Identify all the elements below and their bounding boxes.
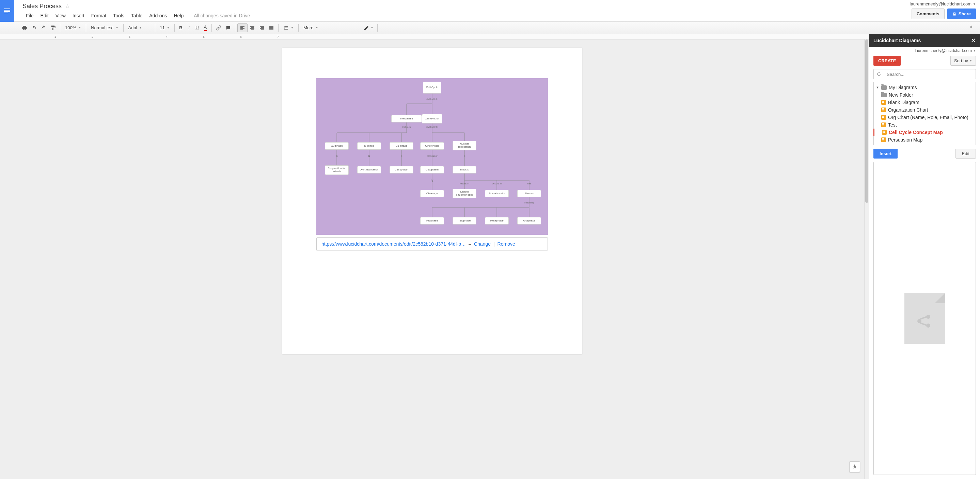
menu-format[interactable]: Format [88, 11, 110, 20]
user-account[interactable]: laurenmcneely@lucidchart.com ▼ [910, 2, 976, 6]
pipe: | [493, 241, 495, 247]
link-button[interactable] [214, 24, 223, 32]
caret-down-icon: ▼ [973, 2, 976, 6]
text-color-button[interactable]: A [201, 24, 209, 32]
dg-label: is [454, 155, 475, 157]
sidebar-title: Lucidchart Diagrams [873, 38, 921, 43]
more-button[interactable]: More▼ [301, 24, 321, 32]
dg-s: S phase [357, 142, 381, 150]
tree-item[interactable]: Org Chart (Name, Role, Email, Photo) [874, 114, 975, 121]
preview-placeholder-icon [904, 293, 945, 344]
app-header: Sales Process ☆ File Edit View Insert Fo… [0, 0, 980, 22]
font-dropdown[interactable]: Arial▼ [126, 24, 153, 32]
dg-label: divided into [422, 98, 442, 100]
sort-button[interactable]: Sort by ▼ [950, 56, 976, 66]
document-area: 1 2 3 4 5 6 7 [0, 34, 869, 479]
collapse-sidebar-button[interactable] [966, 24, 977, 32]
dg-label: by [422, 179, 442, 181]
menu-view[interactable]: View [52, 11, 69, 20]
fontsize-dropdown[interactable]: 11▼ [158, 24, 172, 32]
dg-phases: Phases [517, 190, 541, 197]
diagram-icon [881, 138, 886, 142]
menu-table[interactable]: Table [128, 11, 146, 20]
dg-cytokinesis: Cytokinesis [420, 142, 444, 150]
comments-button[interactable]: Comments [912, 8, 945, 19]
change-link[interactable]: Change [474, 241, 491, 247]
dash: – [469, 241, 471, 247]
menu-tools[interactable]: Tools [110, 11, 128, 20]
tree-root[interactable]: ▼ My Diagrams [874, 84, 975, 91]
align-left-button[interactable] [237, 24, 248, 32]
align-right-button[interactable] [257, 24, 267, 32]
dg-g2: G2 phase [325, 142, 349, 150]
refresh-icon[interactable] [874, 72, 884, 76]
dg-label: including [519, 201, 539, 204]
doc-title[interactable]: Sales Process [22, 3, 62, 10]
tree-item[interactable]: Persuasion Map [874, 136, 975, 144]
tree-item[interactable]: Test [874, 121, 975, 128]
save-status: All changes saved in Drive [194, 13, 250, 18]
insert-button[interactable]: Insert [873, 149, 897, 159]
dg-somatic: Somatic cells [485, 190, 509, 197]
underline-button[interactable]: U [193, 24, 201, 32]
diagram-icon [881, 100, 886, 105]
diagram-tree: ▼ My Diagrams New Folder Blank Diagram O… [873, 82, 976, 145]
edit-button[interactable]: Edit [956, 149, 976, 159]
search-bar [873, 69, 976, 79]
vertical-scrollbar[interactable] [864, 40, 869, 479]
bold-button[interactable]: B [177, 24, 185, 32]
svg-point-32 [926, 324, 930, 328]
dg-label: division of [422, 155, 442, 157]
document-page[interactable]: Cell Cycle divided into Interphase Cell … [282, 48, 582, 354]
dg-nuclear: Nuclear replication [453, 141, 476, 151]
dg-label: has [519, 182, 539, 185]
print-button[interactable] [20, 24, 29, 32]
horizontal-ruler[interactable]: 1 2 3 4 5 6 7 [0, 34, 869, 40]
svg-rect-34 [920, 322, 927, 326]
dg-dna: DNA replication [357, 166, 381, 173]
folder-icon [881, 86, 887, 90]
paint-format-button[interactable] [48, 24, 58, 32]
menu-file[interactable]: File [22, 11, 37, 20]
tree-item-selected[interactable]: Cell Cycle Concept Map [873, 128, 975, 136]
sidebar-user[interactable]: laurenmcneely@lucidchart.com ▼ [869, 47, 980, 54]
share-button[interactable]: Share [947, 8, 976, 19]
remove-link[interactable]: Remove [498, 241, 515, 247]
diagram-icon [881, 122, 886, 127]
undo-button[interactable] [29, 24, 39, 32]
create-button[interactable]: CREATE [873, 56, 900, 66]
dg-label: occurs in [487, 182, 507, 185]
italic-button[interactable]: I [185, 24, 193, 32]
comment-button[interactable] [223, 24, 233, 32]
tree-item[interactable]: Blank Diagram [874, 99, 975, 106]
style-dropdown[interactable]: Normal text▼ [88, 24, 121, 32]
dg-cytoplasm: Cytoplasm [420, 166, 444, 173]
close-icon[interactable]: ✕ [971, 37, 976, 44]
editing-mode-button[interactable]: ▼ [362, 24, 375, 32]
line-spacing-button[interactable]: ▼ [281, 24, 296, 32]
menu-bar: File Edit View Insert Format Tools Table… [22, 11, 910, 21]
menu-help[interactable]: Help [170, 11, 187, 20]
align-center-button[interactable] [248, 24, 257, 32]
dg-prophase: Prophase [420, 217, 444, 225]
docs-logo[interactable] [0, 0, 14, 22]
menu-edit[interactable]: Edit [37, 11, 52, 20]
dg-mitosis: Mitosis [453, 166, 476, 173]
star-icon[interactable]: ☆ [65, 3, 70, 10]
sidebar-header: Lucidchart Diagrams ✕ [869, 34, 980, 47]
link-bar: https://www.lucidchart.com/documents/edi… [317, 238, 548, 251]
explore-button[interactable] [849, 461, 860, 472]
user-email-text: laurenmcneely@lucidchart.com [910, 2, 972, 6]
redo-button[interactable] [39, 24, 48, 32]
align-justify-button[interactable] [267, 24, 276, 32]
tree-item[interactable]: Organization Chart [874, 106, 975, 114]
tree-folder[interactable]: New Folder [874, 91, 975, 99]
zoom-dropdown[interactable]: 100%▼ [62, 24, 84, 32]
menu-insert[interactable]: Insert [69, 11, 88, 20]
diagram-image[interactable]: Cell Cycle divided into Interphase Cell … [317, 78, 548, 235]
menu-addons[interactable]: Add-ons [146, 11, 170, 20]
search-input[interactable] [884, 72, 975, 77]
diagram-preview [873, 162, 976, 475]
diagram-url-link[interactable]: https://www.lucidchart.com/documents/edi… [321, 241, 466, 247]
dg-anaphase: Anaphase [517, 217, 541, 225]
